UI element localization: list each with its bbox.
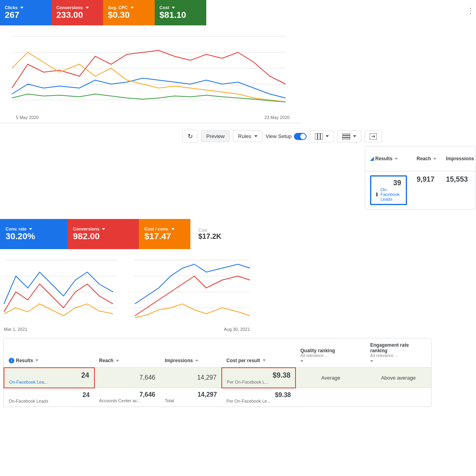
conv-rate-chevron <box>29 228 32 230</box>
preview-button[interactable]: Preview <box>201 131 230 142</box>
chart-area-2: Mar 1, 2021 Aug 30, 2021 <box>0 252 254 332</box>
bt-imp-sort-icon <box>195 360 198 362</box>
metric-avg-cpc[interactable]: Avg. CPC $0.30 <box>103 0 155 25</box>
info-icon: i <box>9 358 14 363</box>
bt-th-reach[interactable]: Reach <box>94 338 160 368</box>
total-cost-metric: Cost $17.2K <box>190 219 234 249</box>
bt-total-cost-label: Per On-Facebook Le... <box>226 399 291 403</box>
export-icon <box>370 133 377 140</box>
results-sort-icon <box>395 158 398 160</box>
chart-area-1: 5 May 2020 23 May 2020 <box>0 29 294 120</box>
mic-icon <box>376 192 378 196</box>
toolbar-row: ↻ Preview Rules View Setup <box>0 127 476 146</box>
bt-th-cost-per-result[interactable]: Cost per result <box>222 338 296 368</box>
bt-th-quality[interactable]: Quality ranking Ad relevance ... <box>296 338 365 368</box>
bt-data-results: 24 On-Facebook Lea... <box>4 368 94 388</box>
bt-data-quality: Average <box>296 368 365 388</box>
metric-avg-cpc-value: $0.30 <box>108 10 150 20</box>
export-button[interactable] <box>365 131 382 142</box>
bt-data-impressions: 14,297 <box>160 368 222 388</box>
metric-cost-value: $81.10 <box>159 10 202 20</box>
th-reach[interactable]: Reach <box>412 146 441 171</box>
conversions-metric-label: Conversions <box>73 226 133 231</box>
th-impressions[interactable]: Impressions <box>441 146 476 171</box>
metric-cost-label: Cost <box>159 5 202 10</box>
bt-total-reach-sub: Accounts Center ac... <box>99 398 155 403</box>
clicks-chevron-icon <box>20 7 23 9</box>
cost-conv-value: $17.47 <box>144 231 185 242</box>
bt-total-results: 24 On-Facebook Leads <box>4 388 94 407</box>
bt-data-reach: 7,646 <box>94 368 160 388</box>
svg-rect-7 <box>321 133 323 140</box>
impressions-value: 15,553 <box>446 175 476 184</box>
avg-cpc-chevron-icon <box>131 7 134 9</box>
bt-total-engagement <box>365 388 431 407</box>
bt-results-sort-icon <box>35 359 38 361</box>
view-setup: View Setup <box>266 133 307 140</box>
chart2-date-left: Mar 1, 2021 <box>4 327 27 332</box>
bt-engagement-value: Above average <box>370 375 426 381</box>
svg-rect-22 <box>117 252 133 328</box>
bt-engage-sort-icon <box>370 360 373 362</box>
chart-svg-2 <box>0 252 254 328</box>
conversions-metric-chevron <box>102 228 105 230</box>
bt-quality-sub: Ad relevance ... <box>300 353 361 358</box>
bt-total-impressions: 14,297 Total <box>160 388 222 407</box>
bt-th-impressions[interactable]: Impressions <box>160 338 222 368</box>
fb-table-top: ◢ Results Reach <box>365 146 476 209</box>
metric-cost[interactable]: Cost $81.10 <box>155 0 206 25</box>
rules-chevron-icon <box>254 135 257 137</box>
conv-rate-metric[interactable]: Conv. rate 30.20% <box>0 219 67 249</box>
conversions-metric-value: 982.00 <box>73 231 133 242</box>
results-table-top: ◢ Results Reach <box>365 146 476 209</box>
section2: Conv. rate 30.20% Conversions 982.00 Cos… <box>0 219 476 407</box>
rows-chevron-icon <box>353 135 356 137</box>
cost-conv-chevron <box>171 228 175 230</box>
bt-quality-sort-icon <box>300 360 303 362</box>
conversions-metric[interactable]: Conversions 982.00 <box>67 219 139 249</box>
bt-total-reach-value: 7,646 <box>99 391 155 398</box>
cost-conv-label: Cost / conv. <box>144 226 185 231</box>
more-options-icon[interactable]: ⋮ <box>467 6 474 15</box>
svg-rect-8 <box>342 133 350 135</box>
th-results[interactable]: ◢ Results <box>365 146 412 171</box>
conv-rate-value: 30.20% <box>6 231 62 242</box>
bt-th-engagement[interactable]: Engagement rate ranking Ad relevance ... <box>365 338 431 368</box>
metric-clicks[interactable]: Clicks 267 <box>0 0 52 25</box>
fb-table-section: ◢ Results Reach <box>182 146 476 213</box>
cell-impressions: 15,553 <box>441 171 476 209</box>
rules-button[interactable]: Rules <box>233 131 262 142</box>
cost-conv-metric[interactable]: Cost / conv. $17.47 <box>139 219 190 249</box>
results-highlighted-cell: 39 On-Facebook Leads <box>370 175 407 205</box>
refresh-button[interactable]: ↻ <box>182 130 198 143</box>
bt-cost-sort-icon <box>263 359 266 361</box>
bt-total-cost: $9.38 Per On-Facebook Le... <box>222 388 296 407</box>
metric-conversions-label: Conversions <box>56 5 98 10</box>
cell-results: 39 On-Facebook Leads <box>365 171 412 209</box>
reach-sort-icon <box>433 158 436 160</box>
rows-icon <box>342 133 350 140</box>
bt-total-quality <box>296 388 365 407</box>
bt-total-reach: 7,646 Accounts Center ac... <box>94 388 160 407</box>
refresh-icon: ↻ <box>188 132 193 140</box>
table-row: 24 On-Facebook Leads 7,646 Accounts Cent… <box>4 388 431 407</box>
columns-button[interactable] <box>310 131 334 142</box>
bt-results-label: On-Facebook Lea... <box>9 380 89 384</box>
metric-clicks-label: Clicks <box>5 5 47 10</box>
bt-th-results[interactable]: i Results <box>4 338 94 368</box>
bt-total-impressions-value: 14,297 <box>165 391 217 398</box>
rows-button[interactable] <box>337 131 361 142</box>
bottom-results-table: i Results Reach <box>4 338 431 407</box>
chart2-date-right: Aug 30, 2021 <box>224 327 250 332</box>
page-wrapper: ⋮ Clicks 267 Conversions 233.00 Avg. CPC <box>0 0 476 407</box>
chart-svg-1 <box>0 29 294 120</box>
bottom-table-container: i Results Reach <box>3 338 432 407</box>
metric-conversions[interactable]: Conversions 233.00 <box>52 0 103 25</box>
bt-reach-sort-icon <box>116 360 119 362</box>
bt-total-cost-value: $9.38 <box>226 392 291 399</box>
total-cost-label: Cost <box>198 228 226 232</box>
metric-avg-cpc-label: Avg. CPC <box>108 5 150 10</box>
results-number: 39 <box>376 179 401 187</box>
results-label: On-Facebook Leads <box>376 187 401 202</box>
view-setup-toggle[interactable] <box>294 133 307 140</box>
